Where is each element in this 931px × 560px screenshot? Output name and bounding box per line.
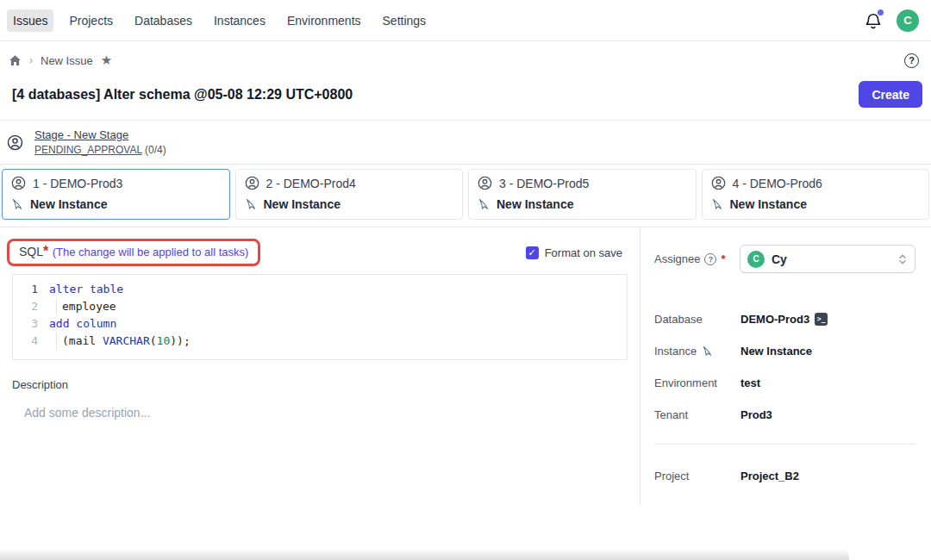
task-instance: New Instance [730, 197, 807, 211]
nav-item-databases[interactable]: Databases [128, 9, 198, 32]
task-label: 4 - DEMO-Prod6 [733, 177, 822, 190]
assignee-label: Assignee ? * [654, 252, 726, 265]
chevron-up-down-icon [897, 253, 909, 265]
project-label: Project [654, 470, 740, 482]
top-nav-right: C [864, 9, 919, 32]
breadcrumb: › New Issue ★ ? [0, 41, 931, 79]
approver-icon [711, 176, 726, 190]
task-label: 3 - DEMO-Prod5 [499, 177, 589, 190]
stage-progress: (0/4) [145, 144, 166, 156]
task-instance: New Instance [30, 197, 107, 211]
stage-status-link[interactable]: PENDING_APPROVAL [34, 144, 142, 156]
top-nav: Issues Projects Databases Instances Envi… [0, 0, 931, 41]
nav-item-settings[interactable]: Settings [377, 9, 433, 32]
page-title: [4 databases] Alter schema @05-08 12:29 … [12, 87, 353, 103]
task-card-1[interactable]: 1 - DEMO-Prod3 New Instance [2, 169, 230, 220]
line-number: 4 [13, 333, 49, 350]
task-card-3[interactable]: 3 - DEMO-Prod5 New Instance [468, 169, 697, 220]
main-content: SQL* (The change will be applied to all … [0, 227, 931, 506]
approver-icon [11, 176, 26, 190]
format-on-save-checkbox[interactable]: ✓ [526, 246, 539, 259]
create-button[interactable]: Create [859, 81, 922, 108]
assignee-avatar: C [747, 251, 765, 268]
description-label: Description [12, 378, 640, 391]
assignee-value: Cy [772, 252, 787, 266]
assignee-help-icon[interactable]: ? [704, 253, 716, 265]
editor-line: 2 employee [13, 298, 627, 315]
help-icon[interactable]: ? [904, 53, 919, 68]
approver-icon [245, 176, 259, 190]
notification-bell-icon[interactable] [864, 11, 883, 30]
database-engine-icon [711, 198, 723, 210]
field-row-project: Project Project_B2 [654, 467, 915, 484]
database-engine-icon [245, 198, 257, 210]
editor-line: 1 alter table [13, 281, 627, 298]
environment-value: test [740, 376, 760, 389]
bottom-scrollbar-shadow [0, 549, 849, 560]
breadcrumb-page[interactable]: New Issue [41, 54, 93, 67]
database-engine-icon [702, 345, 713, 357]
sql-label: SQL [19, 245, 43, 258]
task-card-4[interactable]: 4 - DEMO-Prod6 New Instance [702, 169, 930, 220]
sql-panel: SQL* (The change will be applied to all … [0, 227, 640, 506]
editor-line: 3 add column [13, 315, 627, 333]
sql-console-icon[interactable]: >_ [815, 313, 828, 326]
home-icon[interactable] [9, 54, 22, 67]
line-number: 2 [13, 298, 49, 315]
assignee-select[interactable]: C Cy [740, 245, 915, 273]
assignee-required-mark: * [721, 252, 725, 265]
breadcrumb-separator: › [29, 54, 33, 66]
format-on-save-label: Format on save [545, 246, 622, 259]
sql-label-annotation-box: SQL* (The change will be applied to all … [7, 239, 260, 266]
task-label: 1 - DEMO-Prod3 [33, 177, 122, 190]
stage-section: Stage - New Stage PENDING_APPROVAL (0/4) [0, 120, 931, 165]
project-value[interactable]: Project_B2 [740, 470, 799, 482]
favorite-star-icon[interactable]: ★ [101, 53, 112, 68]
description-input[interactable]: Add some description... [24, 406, 640, 420]
field-row-tenant: Tenant Prod3 [654, 406, 915, 423]
notification-dot [878, 9, 884, 16]
stage-name-link[interactable]: Stage - New Stage [34, 128, 166, 141]
sql-required-mark: * [43, 244, 48, 258]
issue-page: Issues Projects Databases Instances Envi… [0, 0, 931, 560]
line-number: 1 [13, 281, 49, 298]
sidebar-divider [654, 444, 915, 445]
task-label: 2 - DEMO-Prod4 [266, 177, 356, 190]
tenant-value: Prod3 [740, 408, 772, 421]
tenant-label: Tenant [654, 408, 740, 421]
task-tabs: 1 - DEMO-Prod3 New Instance 2 - DEMO-Pro… [0, 165, 931, 227]
database-label: Database [654, 313, 740, 326]
approver-icon [478, 176, 492, 190]
task-instance: New Instance [264, 197, 341, 211]
stage-status: PENDING_APPROVAL (0/4) [34, 144, 166, 156]
task-instance: New Instance [497, 197, 573, 211]
format-on-save-toggle[interactable]: ✓ Format on save [526, 246, 622, 259]
nav-item-projects[interactable]: Projects [63, 9, 119, 32]
editor-line: 4 (mail VARCHAR(10)); [13, 333, 627, 350]
field-row-environment: Environment test [654, 374, 915, 391]
line-number: 3 [13, 315, 49, 333]
database-engine-icon [478, 198, 490, 210]
nav-item-environments[interactable]: Environments [281, 9, 367, 32]
user-avatar[interactable]: C [897, 9, 919, 32]
nav-item-issues[interactable]: Issues [7, 9, 53, 32]
approver-icon [7, 134, 23, 151]
sql-editor[interactable]: 1 alter table 2 employee 3 add column 4 … [12, 274, 628, 360]
instance-value: New Instance [740, 345, 812, 358]
task-card-2[interactable]: 2 - DEMO-Prod4 New Instance [235, 169, 464, 220]
field-row-instance: Instance New Instance [654, 342, 915, 359]
issue-sidebar: Assignee ? * C Cy Database [640, 227, 931, 506]
database-value[interactable]: DEMO-Prod3 >_ [740, 313, 828, 326]
instance-label: Instance [654, 345, 740, 358]
field-row-database: Database DEMO-Prod3 >_ [654, 310, 915, 327]
stage-text: Stage - New Stage PENDING_APPROVAL (0/4) [34, 128, 166, 156]
database-engine-icon [11, 198, 23, 210]
nav-item-instances[interactable]: Instances [208, 9, 272, 32]
title-row: [4 databases] Alter schema @05-08 12:29 … [0, 79, 931, 120]
environment-label: Environment [654, 376, 740, 389]
sql-hint: (The change will be applied to all tasks… [53, 246, 249, 258]
